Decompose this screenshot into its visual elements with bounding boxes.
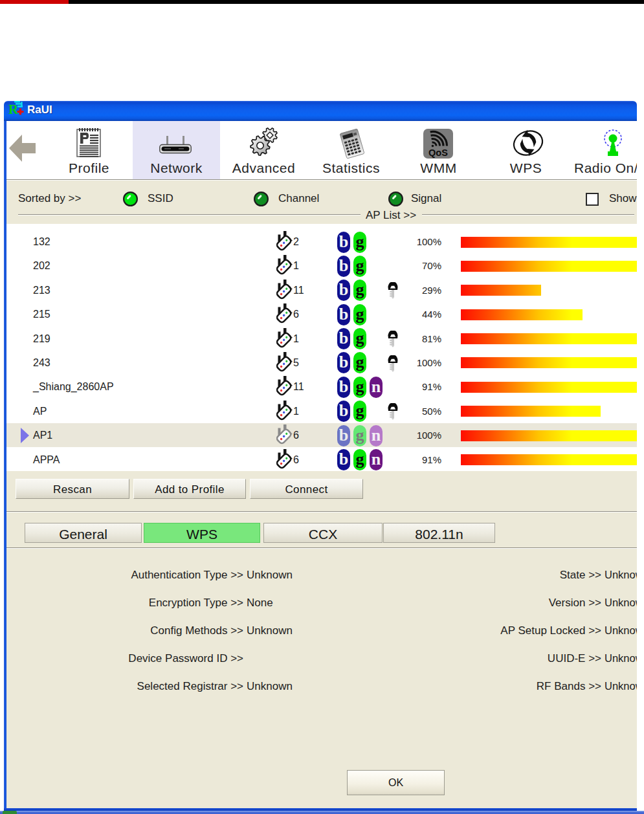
svg-text:R: R [8,102,19,117]
svg-text:QoS: QoS [428,148,448,158]
